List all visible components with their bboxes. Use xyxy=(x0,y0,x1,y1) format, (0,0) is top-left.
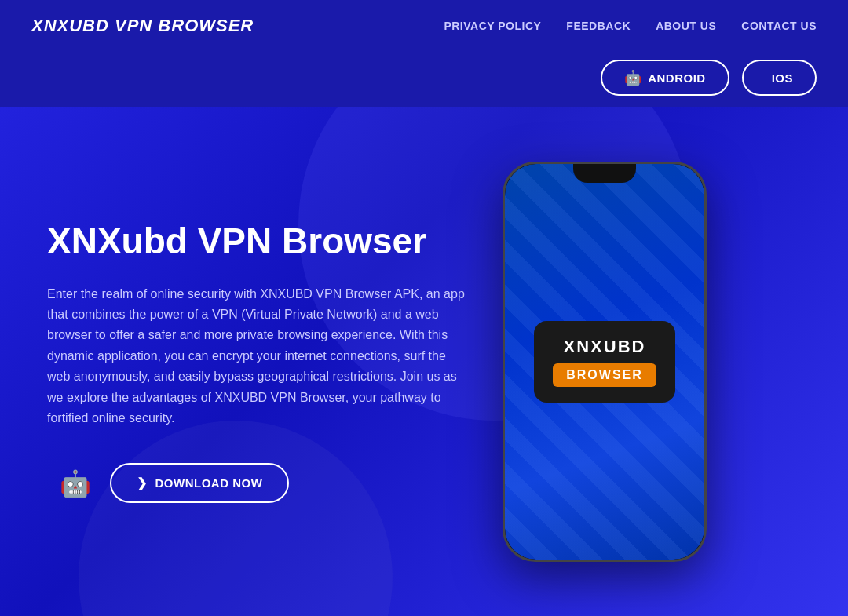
nav-contact-us[interactable]: CONTACT US xyxy=(741,20,817,32)
platform-buttons-row: 🤖 ANDROID IOS xyxy=(0,52,848,107)
logo-area: XNXUBD VPN BROWSER xyxy=(31,16,254,36)
android-label: ANDROID xyxy=(648,71,706,85)
site-logo[interactable]: XNXUBD VPN BROWSER xyxy=(31,16,254,36)
phone-notch xyxy=(573,164,636,183)
phone-screen: XNXUBD BROWSER xyxy=(505,164,704,560)
main-nav: PRIVACY POLICY FEEDBACK ABOUT US CONTACT… xyxy=(444,20,817,32)
nav-feedback[interactable]: FEEDBACK xyxy=(566,20,631,32)
android-os-icon[interactable]: 🤖 xyxy=(60,468,91,498)
hero-section: XNXubd VPN Browser Enter the realm of on… xyxy=(0,107,848,616)
ios-label: IOS xyxy=(772,71,793,85)
hero-title: XNXubd VPN Browser xyxy=(47,221,471,262)
app-logo-subtitle-box: BROWSER xyxy=(553,363,656,387)
android-icon: 🤖 xyxy=(624,69,642,86)
download-button[interactable]: ❯ DOWNLOAD NOW xyxy=(110,463,289,503)
site-header: XNXUBD VPN BROWSER PRIVACY POLICY FEEDBA… xyxy=(0,0,848,52)
nav-privacy-policy[interactable]: PRIVACY POLICY xyxy=(444,20,541,32)
app-logo-subtitle: BROWSER xyxy=(566,368,643,381)
nav-about-us[interactable]: ABOUT US xyxy=(656,20,716,32)
hero-actions: 🤖 ❯ DOWNLOAD NOW xyxy=(47,463,471,503)
download-label: DOWNLOAD NOW xyxy=(155,476,263,490)
platform-icons: 🤖 xyxy=(47,468,91,498)
arrow-icon: ❯ xyxy=(137,476,148,490)
android-button[interactable]: 🤖 ANDROID xyxy=(601,60,729,96)
hero-phone-mockup: XNXUBD BROWSER xyxy=(503,162,707,562)
hero-content: XNXubd VPN Browser Enter the realm of on… xyxy=(47,221,471,504)
phone-device: XNXUBD BROWSER xyxy=(503,162,707,562)
ios-button[interactable]: IOS xyxy=(742,60,817,96)
hero-description: Enter the realm of online security with … xyxy=(47,284,471,429)
app-logo-box: XNXUBD BROWSER xyxy=(534,321,675,403)
app-logo-title: XNXUBD xyxy=(564,337,646,357)
